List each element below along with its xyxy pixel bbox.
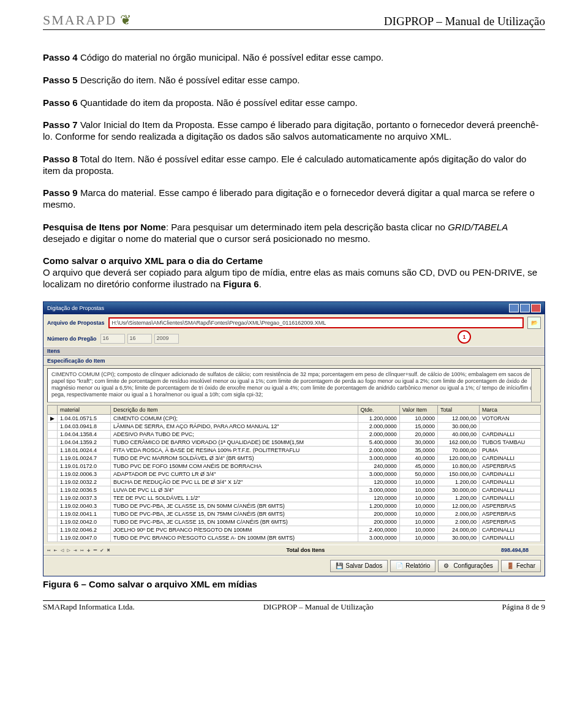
window-title: Digitação de Propostas xyxy=(47,305,104,311)
footer-left: SMARapd Informatica Ltda. xyxy=(43,602,135,612)
page-footer: SMARapd Informatica Ltda. DIGPROP – Manu… xyxy=(43,600,545,612)
salvar-label: Salvar Dados xyxy=(345,562,382,569)
fechar-button[interactable]: 🚪Fechar xyxy=(501,560,541,572)
table-row[interactable]: 1.04.04.1359.2TUBO CERÂMICO DE BARRO VID… xyxy=(48,438,541,446)
table-row[interactable]: 1.19.02.0042.0TUBO DE PVC-PBA, JE CLASSE… xyxy=(48,518,541,526)
folder-icon: 📂 xyxy=(531,320,538,326)
body: Passo 4 Código do material no órgão muni… xyxy=(43,52,545,290)
col-header[interactable]: material xyxy=(58,405,111,414)
table-row[interactable]: 1.19.02.0032.2BUCHA DE REDUÇÃO DE PVC LL… xyxy=(48,478,541,486)
fechar-label: Fechar xyxy=(516,562,535,569)
p7-lead: Pesquisa de Itens por Nome xyxy=(43,222,166,232)
p5-lead: Passo 8 xyxy=(43,154,78,164)
window-titlebar: Digitação de Propostas xyxy=(43,302,545,314)
scrollbar[interactable] xyxy=(531,369,540,402)
items-table: materialDescrição do ItemQtde.Valor Item… xyxy=(47,405,541,542)
footer-center: DIGPROP – Manual de Utilização xyxy=(263,602,374,612)
p7-tail: desejado e digitar o nome do material qu… xyxy=(43,233,370,244)
p7-text: : Para pesquisar um determinado item pel… xyxy=(166,222,448,232)
nav-buttons[interactable]: ↤ ⇤ ◁ ▷ ⇥ ↦ ✚ ━ ✔ ✖ xyxy=(47,547,110,553)
nav-bar: ↤ ⇤ ◁ ▷ ⇥ ↦ ✚ ━ ✔ ✖ Total dos Itens 898.… xyxy=(43,545,545,556)
p8-heading: Como salvar o arquivo XML para o dia do … xyxy=(43,255,545,267)
table-row[interactable]: 1.04.04.1358.4ADESIVO PARA TUBO DE PVC;2… xyxy=(48,430,541,438)
minimize-icon[interactable] xyxy=(509,304,519,312)
relatorio-button[interactable]: 📄Relatório xyxy=(390,560,435,572)
p2-lead: Passo 5 xyxy=(43,75,78,85)
table-row[interactable]: 1.19.01.0024.7TUBO DE PVC MARROM SOLDÁVE… xyxy=(48,454,541,462)
table-row[interactable]: 1.19.01.0172.0TUBO PVC DE FOFO 150MM COM… xyxy=(48,462,541,470)
table-row[interactable]: 1.19.02.0046.2JOELHO 90º DE PVC BRANCO P… xyxy=(48,526,541,534)
exit-icon: 🚪 xyxy=(507,562,514,570)
col-header[interactable]: Valor Item xyxy=(399,405,437,414)
table-row[interactable]: ▶1.04.01.0571.5CIMENTO COMUM (CPI);1.200… xyxy=(48,414,541,422)
table-row[interactable]: 1.19.02.0040.3TUBO DE PVC-PBA, JE CLASSE… xyxy=(48,502,541,510)
numero-box-3[interactable]: 2009 xyxy=(154,334,179,344)
table-row[interactable]: 1.19.02.0041.1TUBO DE PVC-PBA, JE CLASSE… xyxy=(48,510,541,518)
leaf-icon: ❦ xyxy=(120,12,131,28)
config-button[interactable]: ⚙Configurações xyxy=(438,560,498,572)
maximize-icon[interactable] xyxy=(520,304,530,312)
salvar-button[interactable]: 💾Salvar Dados xyxy=(330,560,388,572)
table-row[interactable]: 1.18.01.0024.4FITA VEDA ROSCA, À BASE DE… xyxy=(48,446,541,454)
numero-box-2[interactable]: 16 xyxy=(127,334,152,344)
table-row[interactable]: 1.19.02.0047.0TUBO DE PVC BRANCO P/ESGOT… xyxy=(48,534,541,542)
p1-lead: Passo 4 xyxy=(43,52,78,62)
col-header[interactable]: Marca xyxy=(480,405,541,414)
espec-box: CIMENTO COMUM (CPI); composto de clínque… xyxy=(47,368,541,402)
relatorio-label: Relatório xyxy=(405,562,430,569)
p7-italic: GRID/TABELA xyxy=(448,222,508,232)
open-file-button[interactable]: 📂 xyxy=(527,317,541,329)
logo: SMARAPD ❦ xyxy=(43,12,131,28)
gear-icon: ⚙ xyxy=(443,562,451,570)
espec-header: Especificação do Item xyxy=(43,356,545,366)
p8-end: . xyxy=(259,279,262,289)
doc-title: DIGPROP – Manual de Utilização xyxy=(384,15,545,28)
total-value: 898.494,88 xyxy=(501,547,541,553)
config-label: Configurações xyxy=(453,562,492,569)
callout-1: 1 xyxy=(458,330,471,344)
numero-row: Número do Pregão 16 16 2009 1 xyxy=(43,331,545,346)
col-header[interactable]: Qtde. xyxy=(358,405,399,414)
total-label: Total dos Itens xyxy=(287,547,325,553)
arquivo-row: Arquivo de Propostas H:\Usr\Sistemas\AM\… xyxy=(43,314,545,331)
nav-glyphs[interactable]: ↤ ⇤ ◁ ▷ ⇥ ↦ ✚ ━ ✔ ✖ xyxy=(47,547,110,553)
numero-label: Número do Pregão xyxy=(47,336,97,342)
table-row[interactable]: 1.19.02.0036.5LUVA DE PVC LL Ø 3/4"3.000… xyxy=(48,486,541,494)
save-icon: 💾 xyxy=(336,562,343,570)
p4-lead: Passo 7 xyxy=(43,119,78,130)
numero-box-1[interactable]: 16 xyxy=(100,334,125,344)
p1-text: Código do material no órgão municipal. N… xyxy=(78,52,383,62)
logo-text: SMARAPD xyxy=(43,12,116,28)
report-icon: 📄 xyxy=(396,562,403,570)
p3-text: Quantidade do item da proposta. Não é po… xyxy=(78,97,358,108)
p6-text: Marca do material. Esse campo é liberado… xyxy=(43,187,535,210)
p3-lead: Passo 6 xyxy=(43,97,78,108)
p8-boldtail: Figura 6 xyxy=(223,279,258,289)
arquivo-path-input[interactable]: H:\Usr\Sistemas\AM\Clientes\SMARapd\Font… xyxy=(108,317,524,328)
arquivo-label: Arquivo de Propostas xyxy=(47,320,105,326)
table-row[interactable]: 1.04.03.0941.8LÂMINA DE SERRA, EM AÇO RÁ… xyxy=(48,422,541,430)
col-header[interactable]: Total xyxy=(437,405,479,414)
p4-text: Valor Inicial do Item da Proposta. Esse … xyxy=(43,119,538,142)
p6-lead: Passo 9 xyxy=(43,187,78,198)
table-row[interactable]: 1.19.02.0006.3ADAPTADOR DE PVC CURTO LR … xyxy=(48,470,541,478)
itens-header: Itens xyxy=(43,346,545,356)
close-icon[interactable] xyxy=(531,304,541,312)
page-header: SMARAPD ❦ DIGPROP – Manual de Utilização xyxy=(43,12,545,30)
figure-caption: Figura 6 – Como salvar o arquivo XML em … xyxy=(43,579,545,589)
table-row[interactable]: 1.19.02.0037.3TEE DE PVC LL SOLDÁVEL 1.1… xyxy=(48,494,541,502)
bottom-bar: 💾Salvar Dados 📄Relatório ⚙Configurações … xyxy=(43,556,545,576)
p2-text: Descrição do item. Não é possível editar… xyxy=(78,75,300,85)
screenshot-window: Digitação de Propostas Arquivo de Propos… xyxy=(43,301,545,576)
espec-text: CIMENTO COMUM (CPI); composto de clínque… xyxy=(51,371,536,398)
p8-text: O arquivo que deverá ser copiado para al… xyxy=(43,267,537,289)
col-header[interactable]: Descrição do Item xyxy=(111,405,358,414)
footer-right: Página 8 de 9 xyxy=(502,602,545,612)
p5-text: Total do Item. Não é possível editar ess… xyxy=(43,154,526,176)
